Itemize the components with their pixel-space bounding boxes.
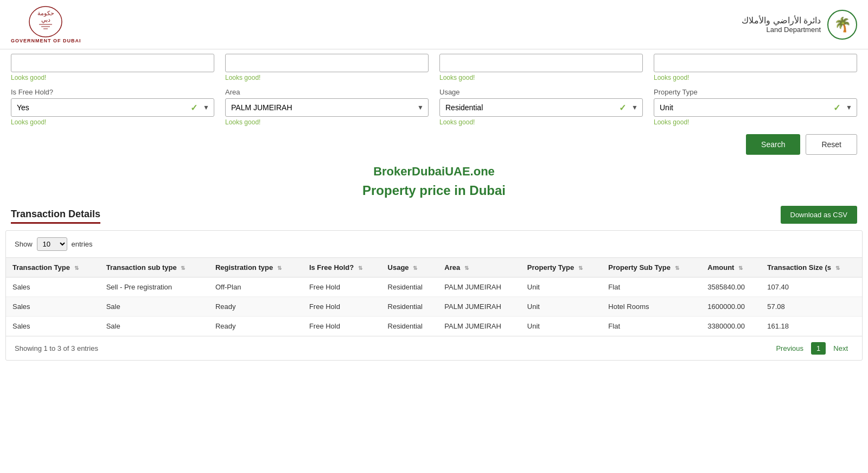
land-dept-text: دائرة الأراضي والأملاك Land Department: [742, 15, 821, 34]
table-cell: Free Hold: [303, 317, 381, 336]
col-amount[interactable]: Amount ⇅: [701, 258, 761, 278]
header-right: دائرة الأراضي والأملاك Land Department 🌴: [742, 10, 857, 40]
is-free-hold-validation: Looks good!: [11, 118, 214, 126]
table-cell: Hotel Rooms: [602, 297, 701, 317]
is-free-hold-wrapper[interactable]: Yes No ✓ ▼: [11, 98, 214, 117]
section-title: Transaction Details: [11, 209, 100, 224]
sort-icon-free-hold: ⇅: [358, 265, 362, 271]
download-csv-button[interactable]: Download as CSV: [781, 206, 858, 224]
top-validation-3: Looks good!: [439, 74, 643, 81]
top-input-3[interactable]: [439, 54, 643, 72]
table-cell: Sales: [6, 297, 100, 317]
area-select[interactable]: PALM JUMEIRAH DUBAI MARINA DOWNTOWN DUBA…: [226, 99, 428, 116]
table-cell: Free Hold: [303, 278, 381, 297]
col-registration-type[interactable]: Registration type ⇅: [209, 258, 303, 278]
property-type-arrow-icon: ▼: [846, 104, 852, 111]
buttons-row: Search Reset: [0, 129, 868, 160]
table-cell: Unit: [521, 297, 602, 317]
table-cell: Free Hold: [303, 297, 381, 317]
sort-icon-reg-type: ⇅: [277, 265, 282, 271]
table-body: SalesSell - Pre registrationOff-PlanFree…: [6, 278, 862, 336]
sort-icon-usage: ⇅: [413, 265, 417, 271]
usage-arrow-icon: ▼: [631, 104, 638, 111]
land-dept-arabic: دائرة الأراضي والأملاك: [742, 15, 821, 26]
col-transaction-sub-type[interactable]: Transaction sub type ⇅: [100, 258, 209, 278]
area-arrow-icon: ▼: [417, 104, 424, 111]
sort-icon-sub-type-prop: ⇅: [675, 265, 679, 271]
entries-label: entries: [72, 240, 93, 248]
table-cell: Residential: [381, 297, 438, 317]
page-number[interactable]: 1: [811, 342, 826, 355]
col-property-sub-type[interactable]: Property Sub Type ⇅: [602, 258, 701, 278]
property-type-label: Property Type: [654, 88, 857, 96]
usage-validation: Looks good!: [439, 118, 643, 126]
palm-logo: 🌴: [827, 10, 857, 40]
table-cell: Unit: [521, 317, 602, 336]
usage-wrapper[interactable]: Residential Commercial Industrial ✓ ▼: [439, 98, 643, 117]
section-header: Transaction Details Download as CSV: [0, 206, 868, 224]
property-type-group: Property Type Unit Land Building ✓ ▼ Loo…: [654, 88, 857, 126]
table-cell: Sell - Pre registration: [100, 278, 209, 297]
sort-icon-sub-type: ⇅: [181, 265, 185, 271]
table-row: SalesSaleReadyFree HoldResidentialPALM J…: [6, 297, 862, 317]
filter-form: Is Free Hold? Yes No ✓ ▼ Looks good! Are…: [0, 83, 868, 126]
table-cell: 3585840.00: [701, 278, 761, 297]
table-cell: Sale: [100, 297, 209, 317]
search-button[interactable]: Search: [746, 134, 800, 155]
usage-group: Usage Residential Commercial Industrial …: [439, 88, 643, 126]
gov-logo: حكومة دبي GOVERNMENT OF DUBAI: [11, 5, 81, 43]
show-label: Show: [15, 240, 33, 248]
table-cell: Residential: [381, 278, 438, 297]
table-row: SalesSaleReadyFree HoldResidentialPALM J…: [6, 317, 862, 336]
is-free-hold-arrow-icon: ▼: [203, 104, 209, 111]
top-input-2[interactable]: [225, 54, 429, 72]
pagination-controls[interactable]: Previous 1 Next: [770, 342, 853, 355]
table-controls: Show 10 25 50 100 entries: [6, 231, 862, 257]
table-cell: Ready: [209, 317, 303, 336]
table-cell: Residential: [381, 317, 438, 336]
property-type-select[interactable]: Unit Land Building: [654, 99, 857, 116]
data-table: Transaction Type ⇅ Transaction sub type …: [6, 257, 862, 336]
gov-name: GOVERNMENT OF DUBAI: [11, 38, 81, 43]
table-cell: Flat: [602, 317, 701, 336]
property-type-wrapper[interactable]: Unit Land Building ✓ ▼: [654, 98, 857, 117]
sort-icon-transaction-type: ⇅: [74, 265, 79, 271]
table-header-row: Transaction Type ⇅ Transaction sub type …: [6, 258, 862, 278]
is-free-hold-check-icon: ✓: [190, 103, 197, 113]
top-validation-4: Looks good!: [654, 74, 857, 81]
col-transaction-type[interactable]: Transaction Type ⇅: [6, 258, 100, 278]
land-dept-english: Land Department: [742, 26, 821, 34]
header-left: حكومة دبي GOVERNMENT OF DUBAI: [11, 5, 81, 43]
is-free-hold-group: Is Free Hold? Yes No ✓ ▼ Looks good!: [11, 88, 214, 126]
col-area[interactable]: Area ⇅: [438, 258, 520, 278]
header: حكومة دبي GOVERNMENT OF DUBAI دائرة الأر…: [0, 0, 868, 49]
col-is-free-hold[interactable]: Is Free Hold? ⇅: [303, 258, 381, 278]
is-free-hold-select[interactable]: Yes No: [11, 99, 214, 116]
sort-icon-area: ⇅: [464, 265, 469, 271]
usage-select[interactable]: Residential Commercial Industrial: [440, 99, 642, 116]
usage-check-icon: ✓: [619, 103, 626, 113]
table-cell: Sale: [100, 317, 209, 336]
property-type-check-icon: ✓: [833, 103, 840, 113]
table-scroll-wrapper[interactable]: Transaction Type ⇅ Transaction sub type …: [6, 257, 862, 336]
table-cell: Sales: [6, 278, 100, 297]
top-validation-2: Looks good!: [225, 74, 429, 81]
top-input-1[interactable]: [11, 54, 214, 72]
top-input-4[interactable]: [654, 54, 857, 72]
table-cell: 1600000.00: [701, 297, 761, 317]
col-transaction-size[interactable]: Transaction Size (s ⇅: [761, 258, 862, 278]
previous-button[interactable]: Previous: [770, 342, 809, 355]
palm-tree-icon: 🌴: [834, 16, 851, 33]
sort-icon-amount: ⇅: [738, 265, 743, 271]
usage-label: Usage: [439, 88, 643, 96]
reset-button[interactable]: Reset: [806, 134, 857, 155]
top-inputs-row: Looks good! Looks good! Looks good! Look…: [0, 49, 868, 83]
pagination-info: Showing 1 to 3 of 3 entries: [15, 344, 98, 352]
entries-select[interactable]: 10 25 50 100: [37, 237, 67, 251]
col-usage[interactable]: Usage ⇅: [381, 258, 438, 278]
pagination-row: Showing 1 to 3 of 3 entries Previous 1 N…: [6, 336, 862, 360]
table-cell: Sales: [6, 317, 100, 336]
next-button[interactable]: Next: [828, 342, 853, 355]
area-wrapper[interactable]: PALM JUMEIRAH DUBAI MARINA DOWNTOWN DUBA…: [225, 98, 429, 117]
col-property-type[interactable]: Property Type ⇅: [521, 258, 602, 278]
